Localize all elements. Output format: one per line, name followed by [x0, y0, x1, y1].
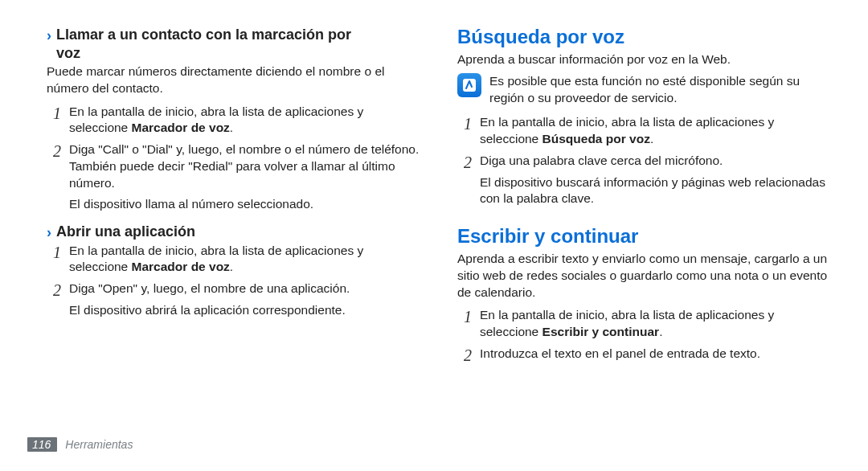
step-number: 1 — [47, 244, 61, 260]
step-result: El dispositivo abrirá la aplicación corr… — [69, 302, 420, 319]
right-column: Búsqueda por voz Aprenda a buscar inform… — [457, 26, 831, 367]
note-icon — [457, 73, 481, 97]
step-item: 1 En la pantalla de inicio, abra la list… — [457, 114, 831, 148]
section-title-voice-search: Búsqueda por voz — [457, 26, 831, 48]
step-item: 2 Diga "Call" o "Dial" y, luego, el nomb… — [47, 141, 420, 191]
page-footer: 116 Herramientas — [27, 437, 133, 452]
step-text: Diga una palabra clave cerca del micrófo… — [480, 153, 831, 170]
step-item: 2 Diga "Open" y, luego, el nombre de una… — [47, 281, 420, 297]
step-text: En la pantalla de inicio, abra la lista … — [69, 104, 420, 137]
step-number: 2 — [47, 282, 61, 298]
subheading-call-contact: › Llamar a un contacto con la marcación … — [47, 26, 420, 62]
subheading-text-line1: Llamar a un contacto con la marcación po… — [56, 27, 351, 43]
arrow-icon: › — [47, 223, 51, 242]
intro-paragraph: Aprenda a escribir texto y enviarlo como… — [457, 251, 831, 301]
step-number: 2 — [457, 347, 472, 363]
step-item: 1 En la pantalla de inicio, abra la list… — [47, 104, 420, 137]
note-text: Es posible que esta función no esté disp… — [489, 73, 831, 107]
left-column: › Llamar a un contacto con la marcación … — [47, 26, 420, 367]
step-item: 2 Introduzca el texto en el panel de ent… — [457, 346, 831, 362]
subheading-text-line2: voz — [56, 45, 80, 61]
step-number: 1 — [457, 116, 472, 132]
step-item: 1 En la pantalla de inicio, abra la list… — [457, 307, 831, 341]
section-title-write-and-go: Escribir y continuar — [457, 225, 831, 248]
step-item: 2 Diga una palabra clave cerca del micró… — [457, 153, 831, 170]
subheading-open-app: › Abrir una aplicación — [47, 223, 420, 241]
step-number: 1 — [47, 105, 61, 121]
subheading-text: Abrir una aplicación — [56, 223, 195, 241]
step-text: Introduzca el texto en el panel de entra… — [480, 346, 831, 362]
arrow-icon: › — [47, 27, 51, 45]
footer-section-label: Herramientas — [65, 438, 133, 451]
step-text: En la pantalla de inicio, abra la lista … — [480, 307, 831, 341]
intro-paragraph: Puede marcar números directamente dicien… — [47, 63, 420, 97]
page-number-badge: 116 — [27, 437, 57, 452]
step-text: Diga "Open" y, luego, el nombre de una a… — [69, 281, 420, 297]
step-text: En la pantalla de inicio, abra la lista … — [480, 114, 831, 148]
step-number: 1 — [457, 309, 472, 325]
step-number: 2 — [47, 143, 61, 159]
step-result: El dispositivo buscará información y pág… — [480, 174, 831, 208]
step-text: En la pantalla de inicio, abra la lista … — [69, 243, 420, 276]
step-item: 1 En la pantalla de inicio, abra la list… — [47, 243, 420, 276]
intro-paragraph: Aprenda a buscar información por voz en … — [457, 51, 831, 68]
note-box: Es posible que esta función no esté disp… — [457, 73, 831, 107]
step-text: Diga "Call" o "Dial" y, luego, el nombre… — [69, 141, 420, 191]
step-number: 2 — [457, 154, 472, 170]
step-result: El dispositivo llama al número seleccion… — [69, 196, 420, 213]
